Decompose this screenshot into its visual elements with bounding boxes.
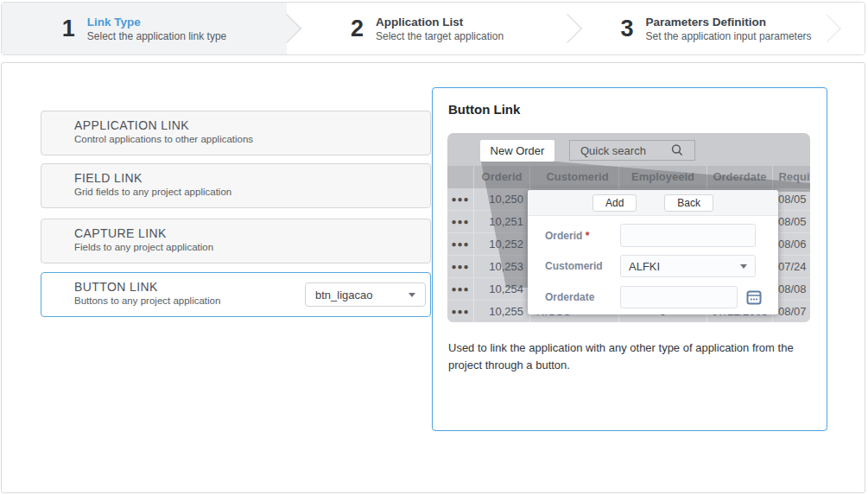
card-subtitle: Grid fields to any project application [74,187,420,197]
grid-header: Customerid [529,166,618,188]
step-subtitle: Select the application link type [87,30,226,42]
field-label: Orderid * [545,230,620,242]
cell-orderid: 10,255 [473,301,529,322]
card-application-link[interactable]: APPLICATION LINK Control applications to… [41,111,431,155]
row-menu-icon: ●●● [447,301,473,322]
step-application-list[interactable]: 2 Application List Select the target app… [287,3,567,54]
cell-orderid: 10,250 [473,188,529,210]
preview-quick-search-input: Quick search [569,140,695,161]
quick-search-placeholder: Quick search [580,144,646,157]
customerid-value: ALFKI [629,260,660,273]
add-button: Add [592,194,637,212]
chevron-right-icon [813,15,841,43]
form-row-customerid: Customerid ALFKI [545,255,756,277]
step-number: 2 [351,17,364,41]
grid-header: Orderid [473,166,529,188]
row-menu-icon: ●●● [447,211,473,232]
step-title: Application List [376,16,504,29]
step-number: 3 [620,17,633,41]
orderdate-input [620,286,738,308]
card-capture-link[interactable]: CAPTURE LINK Fields to any project appli… [41,219,431,263]
card-title: APPLICATION LINK [74,118,420,132]
form-row-orderid: Orderid * [545,224,756,247]
detail-panel-title: Button Link [448,102,520,117]
popup-toolbar: Add Back [528,190,778,216]
grid-header-row: Orderid Customerid Employeeid Orderdate … [447,166,810,188]
search-icon [670,143,684,157]
chevron-down-icon [409,293,415,297]
step-link-type[interactable]: 1 Link Type Select the application link … [2,3,287,54]
row-menu-icon: ●●● [447,188,473,210]
step-title: Link Type [87,16,226,29]
card-title: CAPTURE LINK [74,226,420,240]
grid-header: Requi [772,166,810,188]
cell-orderid: 10,254 [473,278,529,300]
step-parameters-definition[interactable]: 3 Parameters Definition Set the applicat… [567,3,865,54]
field-label: Orderdate [545,291,620,303]
button-select-value: btn_ligacao [315,289,373,301]
chevron-down-icon [740,264,747,269]
preview-new-order-button: New Order [480,140,554,162]
cell-orderid: 10,251 [473,211,529,232]
button-link-detail-panel: Button Link New Order Quick search Order… [432,87,827,431]
card-button-link[interactable]: BUTTON LINK Buttons to any project appli… [41,272,431,317]
preview-form-popup: Add Back Orderid * Customerid ALFKI [528,190,778,314]
form-row-orderdate: Orderdate [545,286,763,308]
calendar-icon [744,288,763,307]
required-asterisk: * [586,230,590,242]
link-type-description: Used to link the application with any ot… [448,340,814,373]
wizard-steps: 1 Link Type Select the application link … [1,2,865,55]
button-link-preview-illustration: New Order Quick search Orderid Customeri… [447,133,810,322]
grid-header-menu-col [447,166,473,188]
row-menu-icon: ●●● [447,233,473,255]
cell-orderid: 10,253 [473,256,529,277]
card-subtitle: Fields to any project application [74,242,420,252]
step-subtitle: Select the target application [376,30,504,42]
row-menu-icon: ●●● [447,278,473,300]
card-title: FIELD LINK [74,171,420,185]
step-subtitle: Set the application input parameters [645,30,811,42]
cell-orderid: 10,252 [473,233,529,255]
card-field-link[interactable]: FIELD LINK Grid fields to any project ap… [41,163,431,208]
orderid-input [620,224,756,247]
step-title: Parameters Definition [645,16,811,29]
grid-header: Orderdate [706,166,772,188]
field-label: Customerid [545,260,620,272]
grid-header: Employeeid [618,166,706,188]
row-menu-icon: ●●● [447,256,473,277]
main-panel: APPLICATION LINK Control applications to… [1,62,865,493]
button-select-dropdown[interactable]: btn_ligacao [305,282,426,307]
step-number: 1 [62,17,75,41]
card-subtitle: Control applications to other applicatio… [74,134,420,144]
back-button: Back [664,194,713,212]
customerid-select: ALFKI [620,255,756,277]
